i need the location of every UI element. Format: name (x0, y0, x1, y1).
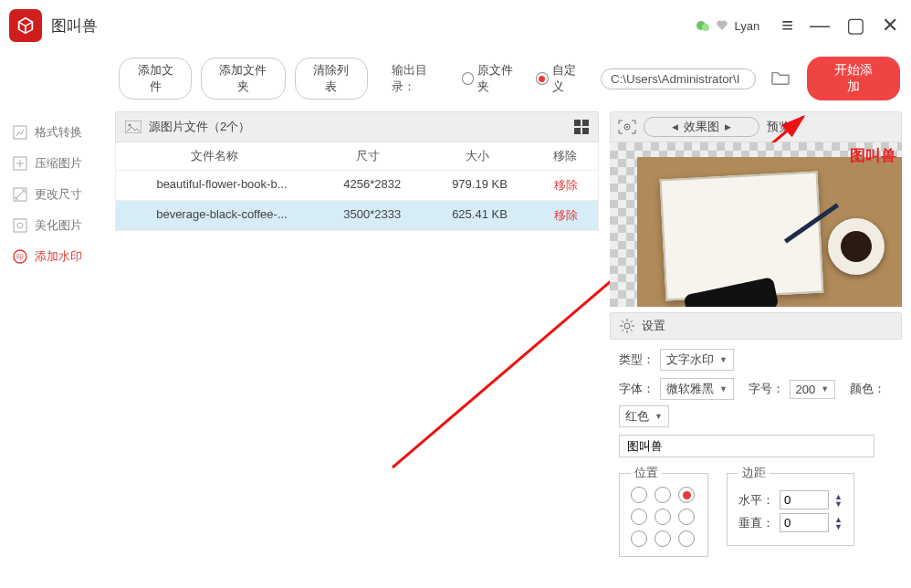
size-label: 字号： (749, 381, 784, 397)
color-label: 颜色： (850, 381, 885, 397)
margin-fieldset: 边距 水平： ▲▼ 垂直： ▲▼ (727, 465, 854, 546)
svg-text:印: 印 (16, 253, 24, 261)
file-list-panel: 源图片文件（2个） 文件名称 尺寸 大小 移除 beautiful-flower… (108, 111, 606, 588)
svg-rect-3 (14, 126, 26, 139)
clear-list-button[interactable]: 清除列表 (295, 58, 368, 100)
font-dropdown[interactable]: 微软雅黑▼ (660, 378, 734, 400)
type-dropdown[interactable]: 文字水印▼ (660, 349, 734, 371)
svg-rect-15 (582, 128, 589, 134)
view-toggle-icon[interactable] (574, 120, 589, 134)
right-panel: ◀效果图▶ 预览 图叫兽 设置 类型： 文字水印▼ 字体： 微软雅黑▼ (610, 111, 902, 588)
svg-point-1 (702, 24, 709, 31)
pos-tl[interactable] (631, 487, 647, 503)
watermark-text-input[interactable] (619, 435, 874, 457)
app-logo-icon (16, 16, 36, 36)
color-dropdown[interactable]: 红色▼ (619, 405, 669, 427)
sidebar-item-compress[interactable]: 压缩图片 (9, 148, 108, 179)
pos-br[interactable] (678, 530, 695, 547)
position-fieldset: 位置 (619, 465, 708, 557)
size-dropdown[interactable]: 200▼ (790, 380, 836, 399)
pos-bc[interactable] (654, 530, 671, 547)
sidebar-item-format[interactable]: 格式转换 (9, 117, 108, 148)
app-title: 图叫兽 (51, 16, 98, 37)
watermark-sample: 图叫兽 (850, 145, 896, 166)
margin-v-stepper[interactable]: ▲▼ (834, 516, 843, 530)
margin-v-input[interactable] (780, 513, 829, 532)
effect-toggle[interactable]: ◀效果图▶ (644, 117, 759, 137)
radio-custom-folder[interactable]: 自定义 (536, 62, 586, 95)
svg-point-17 (626, 126, 628, 128)
toolbar: 添加文件 添加文件夹 清除列表 输出目录： 原文件夹 自定义 开始添加 (0, 51, 911, 111)
settings-title: 设置 (642, 318, 665, 334)
table-row[interactable]: beverage-black-coffee-... 3500*2333 625.… (115, 201, 599, 231)
add-folder-button[interactable]: 添加文件夹 (201, 58, 286, 100)
margin-h-input[interactable] (780, 490, 829, 509)
svg-rect-14 (574, 128, 581, 134)
pos-ml[interactable] (631, 509, 647, 525)
remove-button[interactable]: 移除 (533, 201, 598, 230)
margin-v-label: 垂直： (738, 515, 774, 531)
table-header: 文件名称 尺寸 大小 移除 (115, 142, 599, 171)
pos-tr[interactable] (678, 487, 695, 503)
svg-rect-6 (14, 219, 26, 232)
remove-button[interactable]: 移除 (533, 171, 598, 200)
pos-bl[interactable] (631, 530, 647, 547)
output-label: 输出目录： (392, 62, 449, 95)
add-file-button[interactable]: 添加文件 (119, 58, 192, 100)
user-block[interactable]: Lyan (696, 18, 759, 33)
gear-icon (620, 319, 634, 333)
sidebar-item-watermark[interactable]: 印添加水印 (9, 241, 108, 272)
svg-rect-13 (582, 120, 589, 126)
browse-folder-icon[interactable] (770, 69, 791, 89)
eye-scan-icon (618, 120, 636, 134)
image-icon (125, 121, 141, 133)
app-logo (9, 9, 42, 42)
heart-icon (716, 19, 728, 32)
font-label: 字体： (619, 381, 654, 397)
titlebar: 图叫兽 Lyan ≡ — ▢ ✕ (0, 0, 911, 51)
svg-rect-12 (574, 120, 581, 126)
output-path-input[interactable] (601, 68, 756, 89)
svg-point-18 (624, 323, 630, 329)
type-label: 类型： (619, 352, 654, 368)
svg-point-11 (128, 123, 131, 126)
margin-h-stepper[interactable]: ▲▼ (834, 493, 843, 508)
radio-same-folder[interactable]: 原文件夹 (462, 62, 523, 95)
start-add-button[interactable]: 开始添加 (807, 57, 900, 100)
menu-icon[interactable]: ≡ (781, 16, 793, 36)
maximize-icon[interactable]: ▢ (846, 16, 865, 36)
preview-label: 预览 (767, 119, 791, 135)
sidebar-item-resize[interactable]: 更改尺寸 (9, 179, 108, 210)
svg-point-7 (17, 223, 23, 228)
pos-mc[interactable] (654, 509, 671, 525)
pos-mr[interactable] (678, 509, 695, 525)
username: Lyan (734, 19, 759, 33)
table-row[interactable]: beautiful-flower-book-b... 4256*2832 979… (115, 171, 599, 201)
pos-tc[interactable] (654, 487, 671, 503)
file-list-title: 源图片文件（2个） (149, 119, 250, 135)
preview-image: 图叫兽 (610, 142, 902, 307)
sidebar-item-beautify[interactable]: 美化图片 (9, 210, 108, 241)
sidebar: 格式转换 压缩图片 更改尺寸 美化图片 印添加水印 (0, 111, 108, 588)
margin-h-label: 水平： (738, 492, 774, 509)
close-icon[interactable]: ✕ (882, 16, 898, 36)
minimize-icon[interactable]: — (810, 16, 830, 36)
wechat-mini-icon (696, 18, 710, 33)
